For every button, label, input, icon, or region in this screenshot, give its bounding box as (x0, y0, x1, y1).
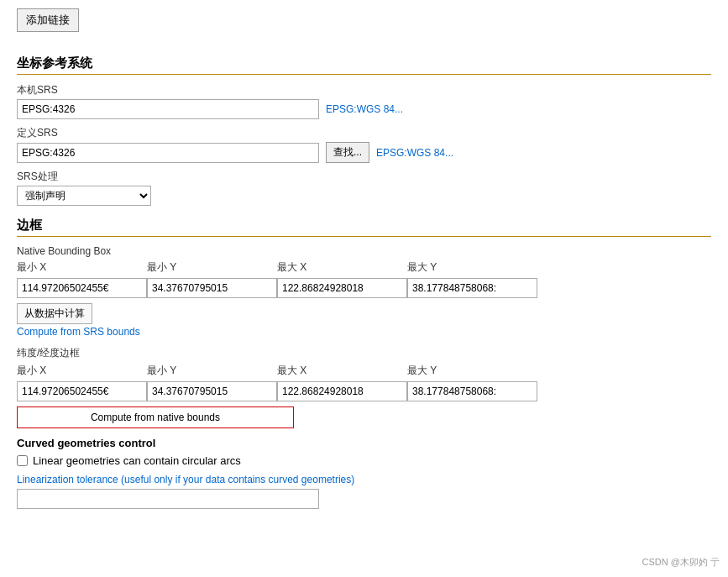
max-y-header-native: 最大 Y (407, 260, 537, 275)
curved-section-title: Curved geometries control (17, 437, 711, 449)
compute-from-srs-link[interactable]: Compute from SRS bounds (17, 326, 711, 338)
latlon-max-x-input[interactable] (277, 381, 407, 401)
native-max-y-input[interactable] (407, 278, 537, 298)
native-min-x-input[interactable] (17, 278, 147, 298)
bbox-section-title: 边框 (17, 218, 711, 237)
max-x-header-native: 最大 X (277, 260, 407, 275)
coordinate-section-title: 坐标参考系统 (17, 55, 711, 75)
linear-arc-checkbox[interactable] (17, 455, 28, 466)
max-x-header-latlon: 最大 X (277, 364, 407, 378)
add-link-button[interactable]: 添加链接 (17, 8, 79, 32)
native-srs-link[interactable]: EPSG:WGS 84... (326, 103, 403, 115)
native-min-y-input[interactable] (147, 278, 277, 298)
srs-handling-label: SRS处理 (17, 170, 711, 184)
linearize-tolerance-input[interactable] (17, 489, 319, 509)
find-button[interactable]: 查找... (326, 142, 369, 163)
defined-srs-input[interactable] (17, 143, 319, 163)
defined-srs-link[interactable]: EPSG:WGS 84... (376, 147, 453, 159)
min-y-header-latlon: 最小 Y (147, 364, 277, 378)
native-srs-label: 本机SRS (17, 83, 711, 97)
defined-srs-label: 定义SRS (17, 126, 711, 140)
linearize-label: Linearization tolerance (useful only if … (17, 474, 711, 485)
min-y-header-native: 最小 Y (147, 260, 277, 275)
native-max-x-input[interactable] (277, 278, 407, 298)
max-y-header-latlon: 最大 Y (407, 364, 537, 378)
linear-arc-label: Linear geometries can contain circular a… (33, 454, 241, 467)
latlon-min-x-input[interactable] (17, 381, 147, 401)
compute-from-native-button[interactable]: Compute from native bounds (17, 407, 294, 428)
compute-from-data-button[interactable]: 从数据中计算 (17, 303, 92, 324)
latlon-bbox-label: 纬度/经度边框 (17, 346, 711, 360)
latlon-max-y-input[interactable] (407, 381, 537, 401)
latlon-min-y-input[interactable] (147, 381, 277, 401)
native-bbox-label: Native Bounding Box (17, 245, 711, 257)
min-x-header-latlon: 最小 X (17, 364, 147, 378)
min-x-header-native: 最小 X (17, 260, 147, 275)
native-srs-input[interactable] (17, 99, 319, 119)
srs-handling-select[interactable]: 强制声明 保持本机 重新投影到声明的CRS (17, 186, 151, 206)
